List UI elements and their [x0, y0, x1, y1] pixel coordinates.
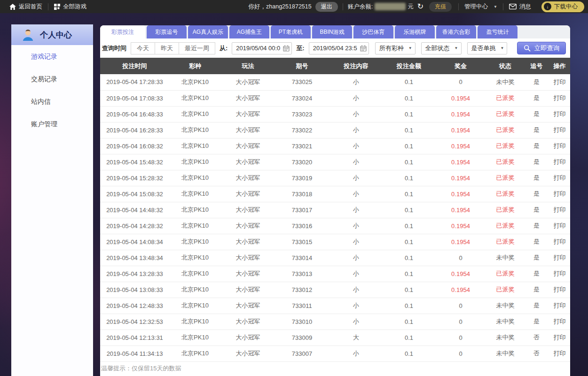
cell-action[interactable]: 打印: [549, 170, 570, 186]
table-row: 2019-05-04 13:28:33北京PK10大小冠军733013小0.10…: [100, 266, 570, 282]
cell-lottery: 北京PK10: [169, 330, 221, 345]
tab[interactable]: 彩票追号: [147, 25, 187, 38]
balance-unit: 元: [408, 3, 414, 11]
messages-link[interactable]: 消息: [503, 3, 537, 11]
quick-date-button[interactable]: 昨天: [155, 42, 179, 54]
table-row: 2019-05-04 17:08:33北京PK10大小冠军733024小0.10…: [100, 90, 570, 106]
admin-center-menu[interactable]: 管理中心 ▼: [459, 3, 503, 11]
cell-action[interactable]: 打印: [549, 218, 570, 234]
topbar: 返回首页 全部游戏 你好，zhang251872515 退出 账户余额: 元 ↻…: [0, 0, 588, 13]
search-button[interactable]: 立即查询: [517, 42, 566, 54]
tab-bar: 彩票投注彩票追号AG真人娱乐AG捕鱼王PT老虎机BBIN游戏沙巴体育乐游棋牌香港…: [100, 25, 570, 38]
cell-play: 大小冠军: [221, 250, 275, 266]
cell-time: 2019-05-04 13:28:33: [100, 266, 169, 282]
cell-play: 大小冠军: [221, 234, 275, 250]
from-label: 从:: [220, 44, 227, 53]
cell-action[interactable]: 打印: [549, 282, 570, 298]
cell-action[interactable]: 打印: [549, 345, 570, 361]
tab[interactable]: 乐游棋牌: [395, 25, 435, 38]
cell-amount: 0.1: [383, 298, 435, 314]
cell-issue: 733021: [275, 138, 329, 154]
table-row: 2019-05-04 13:08:33北京PK10大小冠军733012小0.10…: [100, 282, 570, 298]
tab[interactable]: BBIN游戏: [312, 25, 352, 38]
cell-action[interactable]: 打印: [549, 138, 570, 154]
recharge-button[interactable]: 充值: [429, 2, 452, 12]
logout-button[interactable]: 退出: [315, 2, 338, 12]
cell-amount: 0.1: [383, 250, 435, 266]
cell-play: 大小冠军: [221, 330, 275, 345]
cell-issue: 733012: [275, 282, 329, 298]
cell-prize: 0.1954: [435, 218, 486, 234]
tab[interactable]: 香港六合彩: [436, 25, 476, 38]
sidebar-item[interactable]: 站内信: [11, 90, 93, 113]
sidebar-item[interactable]: 游戏记录: [11, 45, 93, 68]
cell-action[interactable]: 打印: [549, 74, 570, 90]
cell-lottery: 北京PK10: [169, 154, 221, 170]
tab[interactable]: AG真人娱乐: [188, 25, 228, 38]
cell-prize: 0: [435, 330, 486, 345]
select-single-pick[interactable]: 是否单挑▼: [467, 42, 508, 54]
cell-time: 2019-05-04 16:48:33: [100, 106, 169, 122]
tab[interactable]: 盈亏统计: [478, 25, 517, 38]
user-greeting: 你好，zhang251872515: [249, 3, 312, 11]
cell-action[interactable]: 打印: [549, 234, 570, 250]
table-row: 2019-05-04 15:28:32北京PK10大小冠军733019小0.10…: [100, 170, 570, 186]
cell-prize: 0.1954: [435, 154, 486, 170]
quick-date-button[interactable]: 最近一周: [179, 42, 215, 54]
tab[interactable]: 彩票投注: [100, 25, 145, 38]
cell-time: 2019-05-04 14:08:34: [100, 234, 169, 250]
cell-prize: 0.1954: [435, 138, 486, 154]
main-panel: 彩票投注彩票追号AG真人娱乐AG捕鱼王PT老虎机BBIN游戏沙巴体育乐游棋牌香港…: [100, 25, 570, 376]
cell-status: 未中奖: [486, 250, 524, 266]
cell-action[interactable]: 打印: [549, 314, 570, 330]
calendar-icon[interactable]: [360, 45, 367, 52]
cell-prize: 0.1954: [435, 122, 486, 138]
cell-issue: 733009: [275, 330, 329, 345]
cell-chase: 否: [524, 330, 549, 345]
cell-action[interactable]: 打印: [549, 266, 570, 282]
cell-play: 大小冠军: [221, 106, 275, 122]
table-row: 2019-05-04 14:28:32北京PK10大小冠军733016小0.10…: [100, 218, 570, 234]
cell-amount: 0.1: [383, 154, 435, 170]
cell-action[interactable]: 打印: [549, 250, 570, 266]
cell-status: 未中奖: [486, 314, 524, 330]
query-time-label: 查询时间: [102, 44, 126, 53]
download-center-button[interactable]: ↓ 下载中心: [541, 1, 584, 12]
table-row: 2019-05-04 12:32:53北京PK10大小冠军733010小0.10…: [100, 314, 570, 330]
sidebar-item[interactable]: 账户管理: [11, 113, 93, 135]
tab[interactable]: PT老虎机: [271, 25, 311, 38]
tab[interactable]: AG捕鱼王: [229, 25, 269, 38]
cell-time: 2019-05-04 17:28:33: [100, 74, 169, 90]
cell-action[interactable]: 打印: [549, 202, 570, 218]
select-status[interactable]: 全部状态▼: [421, 42, 462, 54]
cell-chase: 是: [524, 298, 549, 314]
cell-lottery: 北京PK10: [169, 106, 221, 122]
select-lottery-type-value: 所有彩种: [379, 44, 404, 53]
quick-date-button[interactable]: 今天: [131, 42, 155, 54]
cell-lottery: 北京PK10: [169, 74, 221, 90]
cell-prize: 0.1954: [435, 90, 486, 106]
cell-content: 小: [329, 74, 383, 90]
refresh-icon[interactable]: ↻: [417, 3, 423, 10]
cell-action[interactable]: 打印: [549, 298, 570, 314]
tab[interactable]: 沙巴体育: [353, 25, 393, 38]
cell-status: 已派奖: [486, 122, 524, 138]
sidebar-item[interactable]: 交易记录: [11, 68, 93, 90]
cell-action[interactable]: 打印: [549, 186, 570, 202]
cell-prize: 0: [435, 298, 486, 314]
select-lottery-type[interactable]: 所有彩种▼: [375, 42, 416, 54]
chevron-down-icon: ▼: [501, 46, 504, 50]
cell-play: 大小冠军: [221, 138, 275, 154]
table-row: 2019-05-04 12:13:31北京PK10大小冠军733009大0.10…: [100, 330, 570, 345]
cell-action[interactable]: 打印: [549, 122, 570, 138]
cell-play: 大小冠军: [221, 90, 275, 106]
home-link[interactable]: 返回首页: [4, 3, 48, 11]
cell-action[interactable]: 打印: [549, 330, 570, 345]
all-games-link[interactable]: 全部游戏: [48, 3, 92, 11]
cell-action[interactable]: 打印: [549, 154, 570, 170]
calendar-icon[interactable]: [283, 45, 290, 52]
cell-action[interactable]: 打印: [549, 106, 570, 122]
cell-time: 2019-05-04 16:28:33: [100, 122, 169, 138]
sidebar-header: 个人中心: [11, 24, 93, 45]
cell-action[interactable]: 打印: [549, 90, 570, 106]
